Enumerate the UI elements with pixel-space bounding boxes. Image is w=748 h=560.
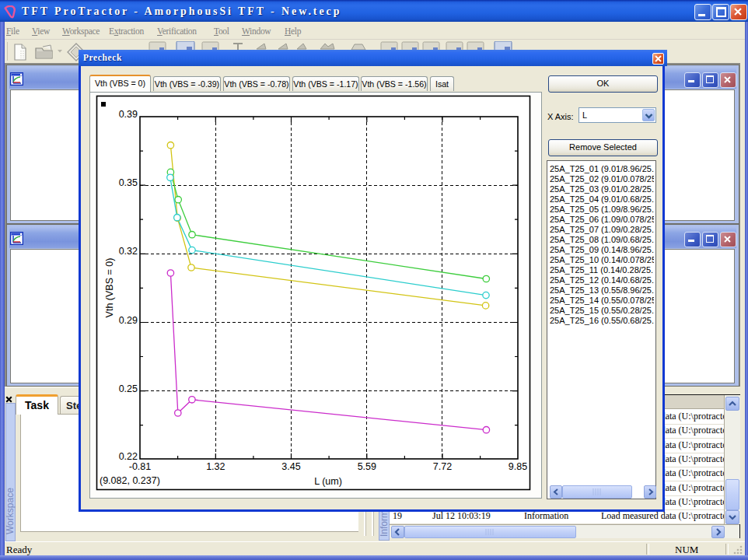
svg-text:0.25: 0.25 (119, 383, 138, 394)
svg-text:3.45: 3.45 (281, 461, 300, 472)
svg-text:7.72: 7.72 (433, 461, 452, 472)
svg-text:(9.082, 0.237): (9.082, 0.237) (100, 475, 160, 486)
svg-text:1.32: 1.32 (206, 461, 225, 472)
svg-text:0.39: 0.39 (119, 109, 138, 120)
svg-text:9.85: 9.85 (509, 461, 527, 472)
svg-text:0.35: 0.35 (119, 177, 138, 188)
svg-text:0.29: 0.29 (119, 315, 138, 326)
svg-text:Vth (VBS = 0): Vth (VBS = 0) (104, 258, 115, 318)
svg-text:0.22: 0.22 (119, 451, 138, 462)
svg-text:5.59: 5.59 (358, 461, 376, 472)
svg-text:0.32: 0.32 (119, 246, 138, 257)
svg-text:-0.81: -0.81 (129, 461, 152, 472)
svg-text:L (um): L (um) (314, 476, 342, 487)
